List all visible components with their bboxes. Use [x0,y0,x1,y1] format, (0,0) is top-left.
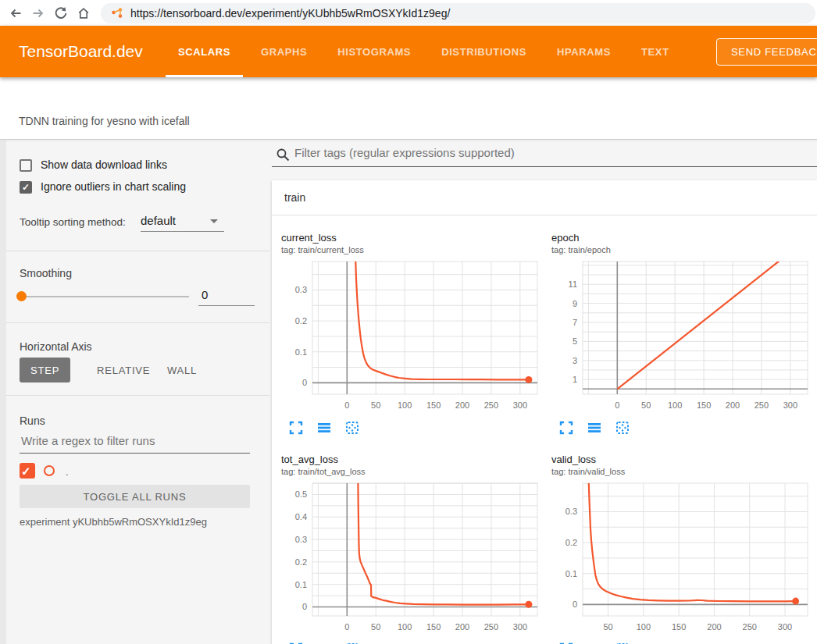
chart-block-epoch: epochtag: train/epoch0501001502002503001… [547,230,815,450]
svg-text:250: 250 [743,622,757,632]
chart-tag: tag: train/current_loss [281,245,364,254]
svg-text:100: 100 [398,400,412,410]
train-card: train current_losstag: train/current_los… [272,180,817,644]
divider [6,395,269,396]
svg-text:0.5: 0.5 [295,489,307,499]
svg-text:200: 200 [455,622,469,632]
svg-text:0.3: 0.3 [565,507,577,516]
svg-text:300: 300 [513,400,527,410]
chart-title: valid_loss [551,454,596,465]
flatten-y-axis-icon[interactable] [317,421,331,435]
svg-text:11: 11 [569,279,577,289]
chart-plot-current_loss[interactable]: 05010015020025030000.10.20.3 [276,257,542,415]
svg-text:0.1: 0.1 [295,347,307,357]
svg-text:0.3: 0.3 [295,535,307,544]
left-edge-strip [0,141,6,644]
settings-sidebar: Show data download links Ignore outliers… [6,141,269,644]
chart-toolbar [289,421,359,435]
chart-tag: tag: train/valid_loss [551,467,625,476]
chart-plot-tot_avg_loss[interactable]: 05010015020025030000.10.20.30.40.5 [276,479,542,636]
svg-text:50: 50 [371,622,380,632]
show-download-links-checkbox[interactable] [20,159,32,172]
divider [6,251,269,251]
chart-toolbar [559,421,630,435]
svg-text:0.2: 0.2 [295,316,307,326]
svg-text:200: 200 [726,400,740,410]
tab-graphs[interactable]: GRAPHS [248,26,319,77]
svg-text:200: 200 [455,400,469,410]
tab-histograms[interactable]: HISTOGRAMS [325,26,423,77]
home-icon[interactable] [77,6,91,20]
flatten-y-axis-icon[interactable] [587,421,601,435]
svg-text:300: 300 [513,622,527,632]
runs-filter-input[interactable] [20,433,250,448]
forward-icon[interactable] [31,6,45,20]
svg-text:150: 150 [426,400,441,410]
ignore-outliers-label[interactable]: Ignore outliers in chart scaling [41,180,186,193]
svg-text:0: 0 [302,602,307,611]
main-area: train current_losstag: train/current_los… [269,141,817,644]
smoothing-value[interactable]: 0 [202,288,208,301]
expand-chart-icon[interactable] [289,421,303,435]
divider [272,215,817,215]
back-icon[interactable] [9,6,23,20]
chart-plot-epoch[interactable]: 0501001502002503001357911 [547,257,812,415]
runs-filter-underline [20,453,250,454]
axis-button-wall[interactable]: WALL [156,358,208,382]
browser-toolbar: https://tensorboard.dev/experiment/yKUbh… [0,0,817,26]
horizontal-axis-label: Horizontal Axis [20,340,92,353]
tooltip-sorting-underline [141,231,224,232]
svg-text:50: 50 [371,400,380,410]
fit-domain-icon[interactable] [615,421,630,435]
chart-title: epoch [551,232,579,244]
svg-text:3: 3 [573,356,577,365]
tab-scalars[interactable]: SCALARS [166,26,243,77]
svg-text:250: 250 [484,622,498,632]
send-feedback-button[interactable]: SEND FEEDBACK [716,38,817,66]
chart-tag: tag: train/tot_avg_loss [281,467,366,476]
expand-chart-icon[interactable] [559,421,573,435]
svg-text:0: 0 [344,622,349,632]
smoothing-slider-track[interactable] [22,296,189,297]
tab-hparams[interactable]: HPARAMS [544,26,623,77]
reload-icon[interactable] [54,6,68,20]
svg-text:0.2: 0.2 [565,538,577,547]
svg-text:0.3: 0.3 [295,285,307,294]
runs-label: Runs [20,415,45,427]
fit-domain-icon[interactable] [345,421,359,435]
chevron-down-icon[interactable] [210,219,218,223]
chart-block-tot_avg_loss: tot_avg_losstag: train/tot_avg_loss05010… [276,452,545,644]
tab-text[interactable]: TEXT [629,26,682,77]
run-name: . [66,466,69,478]
url-bar[interactable]: https://tensorboard.dev/experiment/yKUbh… [101,3,815,23]
search-icon [276,148,290,162]
svg-text:250: 250 [484,400,498,410]
svg-text:0: 0 [573,600,577,609]
filter-tags-input[interactable] [293,145,805,160]
ignore-outliers-checkbox[interactable] [20,181,32,194]
svg-text:5: 5 [573,336,577,346]
smoothing-slider-thumb[interactable] [16,291,27,301]
svg-text:1: 1 [573,375,577,384]
svg-text:100: 100 [668,400,682,410]
experiment-title: TDNN training for yesno with icefall [19,115,190,127]
chart-plot-valid_loss[interactable]: 5010015020025030000.10.20.3 [547,479,812,636]
axis-button-step[interactable]: STEP [20,358,70,382]
experiment-title-strip: TDNN training for yesno with icefall [0,77,817,140]
svg-text:200: 200 [707,622,721,632]
run-color-circle[interactable] [44,465,55,476]
tooltip-sorting-select[interactable]: default [141,214,176,227]
svg-text:250: 250 [755,400,769,410]
chart-block-current_loss: current_losstag: train/current_loss05010… [276,230,545,450]
show-download-links-label[interactable]: Show data download links [41,158,167,171]
url-text: https://tensorboard.dev/experiment/yKUbh… [130,7,450,20]
toggle-all-runs-button[interactable]: TOGGLE ALL RUNS [20,485,250,508]
run-checkbox[interactable] [20,463,35,479]
brand-title: TensorBoard.dev [19,42,143,61]
svg-text:0: 0 [302,378,307,387]
tab-distributions[interactable]: DISTRIBUTIONS [429,26,539,77]
chart-block-valid_loss: valid_losstag: train/valid_loss501001502… [547,452,815,644]
smoothing-label: Smoothing [20,267,72,279]
section-title[interactable]: train [284,191,305,204]
axis-button-relative[interactable]: RELATIVE [86,358,161,382]
